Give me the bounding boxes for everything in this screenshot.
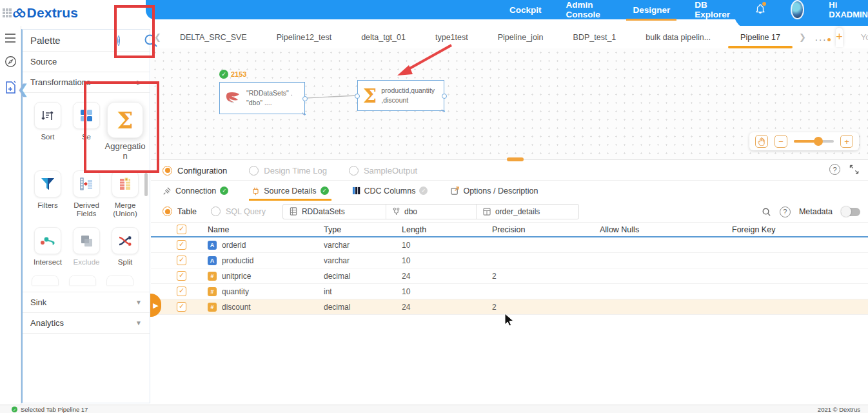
table-row-unitprice[interactable]: #unitprice decimal 24 2 — [151, 268, 868, 284]
zoom-in-button[interactable]: + — [840, 135, 853, 148]
tab-type1test[interactable]: type1test — [420, 26, 483, 48]
palette-item-merge-union[interactable]: Merge (Union) — [106, 170, 144, 218]
palette-section-source[interactable]: Source — [23, 52, 150, 72]
text-type-badge: A — [208, 241, 217, 250]
pan-hand-button[interactable] — [755, 135, 768, 148]
radio-configuration[interactable]: Configuration — [163, 166, 227, 176]
nav-admin-console[interactable]: Admin Console — [566, 0, 609, 19]
tab-bulk-data-pipeline[interactable]: bulk data pipelin... — [631, 26, 725, 48]
compass-icon[interactable] — [5, 55, 17, 68]
table-icon — [483, 208, 491, 216]
palette-section-sink[interactable]: Sink▼ — [23, 292, 150, 313]
table-row-orderid[interactable]: Aorderid varchar 10 — [151, 237, 868, 253]
col-foreign-key: Foreign Key — [732, 225, 868, 234]
palette-section-transformations[interactable]: Transformations▶ — [23, 72, 150, 93]
schema-icon — [393, 207, 400, 216]
palette-scrollbar[interactable] — [144, 173, 148, 196]
copyright: 2021 © Dextrus — [818, 406, 860, 413]
tab-pipeline-join[interactable]: Pipeline_join — [483, 26, 558, 48]
row-checkbox[interactable] — [177, 240, 186, 250]
table-input[interactable]: order_details — [477, 205, 578, 219]
zoom-out-button[interactable]: − — [774, 135, 787, 148]
database-input[interactable]: RDDataSets — [283, 205, 386, 219]
merge-union-icon — [112, 170, 139, 197]
metadata-help-icon[interactable]: ? — [780, 206, 791, 217]
aggregation-node-sigma-icon: Σ — [363, 85, 377, 107]
status-bar: ✓ Selected Tab Pipeline 17 2021 © Dextru… — [0, 405, 868, 413]
palette-search-icon[interactable] — [143, 33, 159, 48]
zoom-slider[interactable] — [794, 140, 834, 143]
nav-designer[interactable]: Designer — [633, 5, 670, 15]
tab-delta-src-sve[interactable]: DELTA_SRC_SVE — [165, 26, 262, 48]
new-file-icon[interactable] — [5, 81, 17, 94]
aggregation-node[interactable]: Σ productid,quantity,discount ⤷ — [357, 80, 444, 111]
filter-funnel-icon — [34, 170, 61, 197]
palette-item-aggregation[interactable]: Σ Aggregation — [106, 102, 144, 161]
split-icon — [112, 227, 139, 254]
expand-panel-icon[interactable] — [849, 165, 859, 174]
metadata-toggle[interactable] — [841, 208, 860, 216]
palette-item-filters[interactable]: Filters — [29, 170, 66, 218]
source-resize-corner: ⤷ — [302, 110, 306, 117]
row-checkbox[interactable] — [177, 271, 186, 281]
hamburger-menu-icon[interactable] — [5, 34, 16, 43]
aggregation-output-port[interactable] — [442, 94, 447, 99]
col-allow-nulls: Allow Nulls — [600, 225, 732, 234]
text-type-badge: A — [208, 256, 217, 265]
tab-pipeline12-test[interactable]: Pipeline12_test — [262, 26, 346, 48]
tab-source-details[interactable]: Source Details ✓ — [252, 181, 328, 201]
logo[interactable]: ⧝ Dextrus — [0, 0, 146, 26]
palette-item-exclude[interactable]: Exclude — [68, 227, 105, 267]
palette-item-sort[interactable]: Sort — [29, 102, 66, 161]
notification-bell-icon[interactable] — [755, 3, 766, 16]
derived-fields-icon — [73, 170, 100, 197]
tab-cdc-columns[interactable]: CDC Columns ✓ — [352, 181, 428, 201]
tabs-overflow-button[interactable]: ... — [810, 32, 833, 43]
palette-item-split[interactable]: Split — [106, 227, 144, 267]
panel-resize-handle[interactable] — [507, 157, 524, 161]
col-name: Name — [208, 225, 324, 234]
table-row-productid[interactable]: Aproductid varchar 10 — [151, 253, 868, 268]
table-row-quantity[interactable]: #quantity int 10 — [151, 284, 868, 299]
search-columns-icon[interactable] — [762, 207, 771, 217]
schema-input[interactable]: dbo — [386, 205, 477, 219]
palette-items-cut-off — [23, 267, 150, 285]
nav-db-explorer[interactable]: DB Explorer — [695, 0, 730, 19]
nav-cockpit[interactable]: Cockpit — [509, 5, 542, 15]
palette-item-intersect[interactable]: Intersect — [29, 227, 66, 267]
col-precision: Precision — [492, 225, 600, 234]
radio-table-mode[interactable]: Table — [163, 206, 197, 216]
brand-name: Dextrus — [27, 5, 79, 21]
database-icon — [290, 207, 297, 216]
radio-sample-output[interactable]: SampleOutput — [349, 166, 417, 176]
source-output-port[interactable] — [302, 96, 308, 101]
radio-sql-query-mode[interactable]: SQL Query — [211, 206, 266, 216]
source-node-rddatasets[interactable]: "RDDataSets" ."dbo" .... ⤷ — [219, 82, 305, 114]
tabs-scroll-right-icon[interactable]: ❯ — [795, 32, 810, 42]
palette-item-derived-fields[interactable]: Derived Fields — [68, 170, 105, 218]
row-checkbox[interactable] — [177, 302, 186, 312]
col-type: Type — [324, 225, 402, 234]
select-all-checkbox[interactable] — [177, 225, 186, 234]
configuration-panel: Configuration Design Time Log SampleOutp… — [151, 161, 868, 405]
pipeline-canvas[interactable]: ✓ 2153 "RDDataSets" ."dbo" .... ⤷ Σ prod… — [151, 48, 868, 160]
tab-pipeline-17[interactable]: Pipeline 17 — [725, 26, 795, 48]
tab-bdp-test-1[interactable]: BDP_test_1 — [558, 26, 631, 48]
number-type-badge: # — [208, 272, 217, 281]
tab-connection[interactable]: Connection ✓ — [163, 181, 228, 201]
row-checkbox[interactable] — [177, 256, 186, 265]
help-icon[interactable]: ? — [829, 164, 840, 175]
radio-design-time-log[interactable]: Design Time Log — [249, 166, 327, 176]
add-pipeline-button[interactable]: + — [836, 28, 843, 47]
zoom-slider-knob[interactable] — [814, 137, 823, 146]
palette-section-analytics[interactable]: Analytics▼ — [23, 313, 150, 334]
user-avatar[interactable] — [791, 0, 804, 19]
sql-source-icon — [225, 90, 242, 106]
tab-delta-tgt-01[interactable]: delta_tgt_01 — [346, 26, 420, 48]
row-checkbox[interactable] — [177, 287, 186, 296]
table-row-discount[interactable]: #discount decimal 24 2 — [151, 299, 868, 315]
tab-options-description[interactable]: Options / Description — [451, 181, 538, 201]
aggregation-input-port[interactable] — [355, 94, 360, 99]
palette-item-select[interactable]: Se — [68, 102, 105, 161]
info-icon[interactable]: i — [117, 35, 120, 46]
